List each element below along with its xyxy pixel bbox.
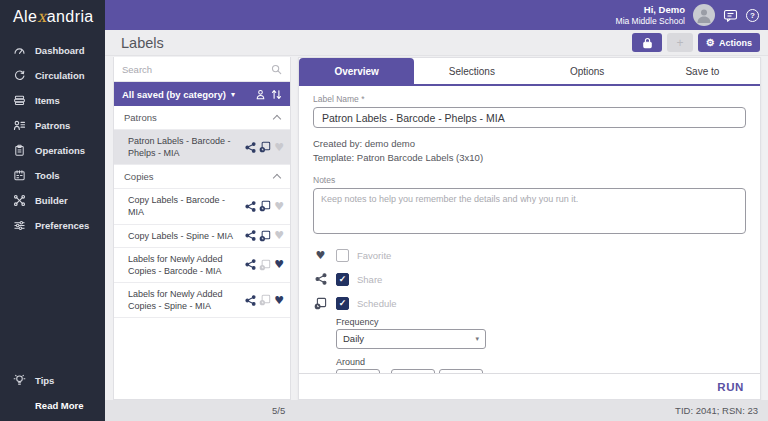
sidebar-nav: Dashboard Circulation Items Patrons Oper… (0, 38, 105, 238)
sidebar-item-circulation[interactable]: Circulation (0, 63, 105, 88)
sidebar-item-preferences[interactable]: Preferences (0, 213, 105, 238)
share-icon (245, 201, 256, 212)
sidebar-item-builder[interactable]: Builder (0, 188, 105, 213)
avatar[interactable] (693, 4, 715, 26)
share-icon (245, 230, 256, 241)
filter-label: All saved (by category) (122, 89, 226, 100)
sidebar-item-label: Patrons (35, 120, 70, 131)
list-item[interactable]: Labels for Newly Added Copies - Spine - … (114, 283, 290, 318)
schedule-options: Frequency Daily ▾ Around 03 ▾ : 00 (336, 317, 746, 374)
around-label: Around (336, 357, 746, 367)
add-button[interactable]: + (667, 33, 693, 52)
section-name: Patrons (124, 112, 274, 123)
favorite-icon[interactable]: ♥ (274, 295, 284, 306)
notes-textarea[interactable] (313, 188, 746, 234)
share-icon (245, 259, 256, 270)
schedule-icon (259, 259, 271, 271)
actions-button[interactable]: ⚙ Actions (698, 33, 760, 52)
overview-tab-body: Label Name * Created by: demo demo Templ… (299, 86, 760, 373)
share-icon (245, 295, 256, 306)
books-icon (13, 94, 26, 107)
created-by-text: Created by: demo demo (313, 137, 746, 151)
favorite-checkbox[interactable] (336, 249, 349, 262)
section-header-patrons[interactable]: Patrons (114, 106, 290, 130)
tips-label: Tips (35, 375, 54, 386)
person-silhouette-icon (696, 7, 712, 23)
share-label: Share (357, 274, 382, 285)
list-item[interactable]: Copy Labels - Barcode - MIA ♥ (114, 189, 290, 224)
sidebar-item-label: Builder (35, 195, 68, 206)
schedule-icon (259, 141, 271, 153)
chevron-up-icon (273, 115, 281, 123)
builder-icon (13, 194, 26, 207)
site-name: Mia Middle School (616, 16, 685, 26)
search-icon (271, 64, 282, 75)
favorite-icon[interactable]: ♥ (274, 259, 284, 270)
gauge-icon (13, 44, 26, 57)
tab-overview[interactable]: Overview (299, 58, 414, 84)
tab-save-to[interactable]: Save to (645, 58, 760, 84)
saved-label-title: Copy Labels - Spine - MIA (128, 230, 245, 242)
chat-icon[interactable] (723, 8, 738, 23)
run-button[interactable]: RUN (717, 381, 744, 393)
frequency-select[interactable]: Daily ▾ (336, 329, 486, 349)
topbar: Hi, Demo Mia Middle School ? (105, 0, 768, 30)
sidebar-item-label: Dashboard (35, 45, 85, 56)
person-filter-icon[interactable] (255, 89, 266, 100)
meta-block: Created by: demo demo Template: Patron B… (313, 137, 746, 166)
page-header: Labels + ⚙ Actions (105, 30, 768, 56)
alexandria-app: Alexandria Dashboard Circulation Items P… (0, 0, 768, 421)
label-name-input[interactable] (313, 107, 746, 128)
page-title: Labels (105, 35, 632, 51)
lock-button[interactable] (632, 33, 662, 52)
saved-filter-bar[interactable]: All saved (by category) ▾ (114, 82, 290, 106)
sidebar-item-patrons[interactable]: Patrons (0, 113, 105, 138)
favorite-icon[interactable]: ♥ (274, 230, 284, 241)
frequency-value: Daily (343, 333, 475, 344)
tab-selections[interactable]: Selections (414, 58, 529, 84)
help-icon[interactable]: ? (746, 9, 759, 22)
read-more-link[interactable]: Read More (35, 400, 84, 411)
around-block: Around 03 ▾ : 00 ▾ AM ▾ (336, 357, 746, 374)
share-row: Share (313, 273, 746, 286)
patron-icon (13, 119, 26, 132)
list-item[interactable]: Labels for Newly Added Copies - Barcode … (114, 248, 290, 283)
user-info[interactable]: Hi, Demo Mia Middle School (616, 4, 685, 26)
tab-options[interactable]: Options (530, 58, 645, 84)
schedule-checkbox[interactable] (336, 297, 349, 310)
list-item[interactable]: Patron Labels - Barcode - Phelps - MIA ♥ (114, 130, 290, 165)
section-header-copies[interactable]: Copies (114, 165, 290, 189)
favorite-row: ♥ Favorite (313, 249, 746, 262)
list-item[interactable]: Copy Labels - Spine - MIA ♥ (114, 225, 290, 248)
share-icon (245, 142, 256, 153)
sidebar-item-items[interactable]: Items (0, 88, 105, 113)
tips-link[interactable]: Tips (13, 374, 54, 387)
favorite-icon[interactable]: ♥ (274, 201, 284, 212)
share-icon (313, 273, 328, 285)
detail-tabs: Overview Selections Options Save to (299, 58, 760, 86)
heart-icon: ♥ (313, 250, 328, 261)
circulation-icon (13, 69, 26, 82)
sidebar-item-operations[interactable]: Operations (0, 138, 105, 163)
favorite-icon[interactable]: ♥ (274, 142, 284, 153)
actions-label: Actions (719, 38, 752, 48)
lightbulb-icon (13, 374, 26, 387)
sidebar-item-label: Preferences (35, 220, 89, 231)
sidebar-item-label: Items (35, 95, 60, 106)
plus-icon: + (677, 36, 684, 50)
share-checkbox[interactable] (336, 273, 349, 286)
section-name: Copies (124, 171, 274, 182)
sort-icon[interactable] (271, 89, 282, 100)
chevron-down-icon: ▾ (231, 90, 235, 99)
sidebar: Alexandria Dashboard Circulation Items P… (0, 0, 105, 421)
sidebar-item-label: Operations (35, 145, 85, 156)
user-greeting: Hi, Demo (616, 4, 685, 15)
sidebar-item-tools[interactable]: Tools (0, 163, 105, 188)
clipboard-icon (13, 144, 26, 157)
search-input[interactable] (122, 64, 267, 75)
saved-label-title: Labels for Newly Added Copies - Barcode … (128, 253, 245, 277)
search-bar (114, 57, 290, 82)
schedule-label: Schedule (357, 298, 397, 309)
schedule-icon (259, 200, 271, 212)
sidebar-item-dashboard[interactable]: Dashboard (0, 38, 105, 63)
